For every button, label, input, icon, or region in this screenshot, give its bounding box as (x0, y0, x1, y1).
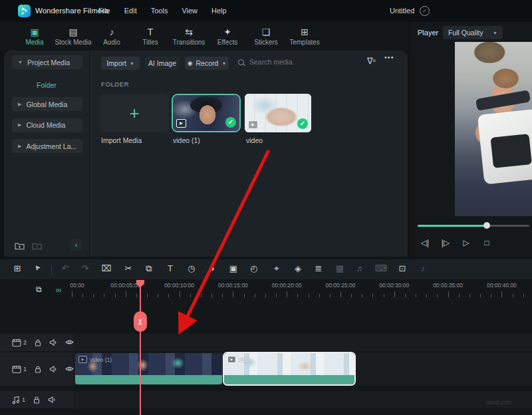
menu-edit[interactable]: Edit (124, 7, 137, 15)
effects-icon: ✦ (209, 27, 246, 37)
keyframe-icon[interactable]: ◈ (295, 263, 301, 273)
track-number: 2 (23, 339, 27, 346)
ruler-label: 00:00:30:00 (379, 282, 409, 289)
text-template-icon[interactable]: ▣ (229, 263, 237, 273)
tab-templates[interactable]: ⊞Templates (286, 27, 323, 46)
track-lane-video-2[interactable]: 2 (0, 334, 532, 351)
ruler-tick (448, 291, 449, 297)
motion-track-icon[interactable]: ⌖ (274, 263, 279, 274)
asset-tabs: ▣Media▤Stock Media♪AudioTTitles⇆Transiti… (0, 22, 408, 51)
play-icon: ▶ (227, 356, 236, 363)
search-input[interactable]: Search media (238, 58, 293, 66)
tab-effects[interactable]: ✦Effects (209, 27, 246, 46)
ruler-tick (362, 294, 362, 297)
duration-icon[interactable]: ◴ (250, 263, 257, 273)
seek-bar[interactable] (418, 222, 532, 229)
menu-help[interactable]: Help (211, 7, 227, 15)
mute-track-icon[interactable] (49, 365, 58, 374)
split-scissors-button[interactable]: ✂ (134, 311, 147, 332)
ai-image-button[interactable]: AI Image (145, 57, 180, 70)
ruler-tick (372, 294, 373, 297)
stop-button[interactable]: □ (481, 238, 493, 247)
sidebar-item-adjustment-la[interactable]: ▶Adjustment La... (12, 139, 82, 153)
import-button[interactable]: Import ▼ (101, 57, 140, 70)
sidebar-item-global-media[interactable]: ▶Global Media (12, 97, 82, 111)
chevron-right-icon: ▶ (18, 144, 21, 149)
add-text-icon[interactable]: T (168, 263, 173, 273)
play-icon: ▶ (248, 120, 258, 129)
collapse-sidebar-button[interactable]: ‹ (70, 239, 82, 251)
filter-icon[interactable]: ∇≡ (367, 56, 376, 66)
lock-track-icon[interactable] (34, 365, 42, 374)
save-status-icon[interactable]: ✓ (420, 6, 430, 16)
audio-icon: ♪ (93, 27, 130, 37)
timeline-ruler[interactable]: 00:0000:00:05:0000:00:10:0000:00:15:0000… (0, 281, 532, 299)
add-folder-icon[interactable] (15, 241, 25, 249)
ruler-tick (491, 294, 491, 297)
tab-stock-media[interactable]: ▤Stock Media (55, 27, 92, 46)
timeline-clip-video-1[interactable]: ▶ video (1) (75, 353, 222, 384)
ruler-label: 00:00:25:00 (326, 282, 356, 289)
ruler-tick (180, 291, 180, 297)
clip-tag: ▶ video (1) (78, 356, 112, 363)
media-item-video[interactable]: ▶ ✓ (245, 94, 311, 132)
color-icon[interactable]: ◑ (209, 263, 215, 273)
timeline-panel: ⊞➤↶↷⌧✂⧉T◷◑▣◴⌖◈≣▦♬⌨⊡♪ ⧉ ∞ 00:0000:00:05:0… (0, 258, 532, 415)
timeline-clip-video-selected[interactable]: ▶ video (223, 352, 356, 386)
quality-value: Full Quality (448, 29, 483, 37)
quality-dropdown[interactable]: Full Quality ▼ (443, 26, 503, 39)
menu-view[interactable]: View (182, 7, 198, 15)
track-lane-audio-1[interactable]: 1 (0, 391, 532, 408)
tab-transitions[interactable]: ⇆Transitions (170, 27, 207, 46)
ruler-tick (405, 294, 406, 297)
playhead-line[interactable] (140, 281, 141, 415)
adjustment-icon[interactable]: ≣ (315, 263, 323, 273)
sidebar-item-project-media[interactable]: ▼ Project Media (12, 55, 82, 69)
previous-frame-button[interactable]: ◁| (419, 238, 431, 247)
ruler-tick (469, 294, 470, 297)
import-media-tile[interactable]: + (100, 94, 169, 132)
sidebar-item-folder[interactable]: Folder (4, 81, 89, 89)
play-button[interactable]: ▷ (460, 238, 472, 247)
menu-file[interactable]: File (98, 7, 110, 15)
more-options-icon[interactable]: ••• (384, 53, 394, 61)
ruler-tick (265, 294, 266, 297)
clip-audio-bar (75, 375, 222, 384)
ruler-tick (147, 294, 148, 297)
seek-fill (418, 225, 487, 227)
seek-handle[interactable] (483, 222, 490, 229)
tab-label: Media (16, 39, 53, 46)
split-icon[interactable]: ✂ (125, 263, 132, 273)
ruler-tick (330, 294, 331, 297)
ai-image-label: AI Image (148, 59, 176, 67)
filmora-window: Wondershare Filmora FileEditToolsViewHel… (0, 0, 532, 415)
vr-device (477, 108, 532, 184)
lock-track-icon[interactable] (34, 339, 42, 347)
media-layout-icon[interactable]: ⊞ (14, 263, 21, 273)
plus-icon: + (100, 103, 169, 124)
lock-track-icon[interactable] (33, 396, 41, 404)
speed-icon[interactable]: ◷ (188, 263, 195, 273)
sidebar-item-cloud-media[interactable]: ▶Cloud Media (12, 118, 82, 132)
media-item-video-1[interactable]: ▶ ✓ (172, 94, 241, 132)
redo-icon: ↷ (82, 263, 89, 273)
auto-reframe-icon[interactable]: ⊡ (399, 263, 406, 273)
tab-audio[interactable]: ♪Audio (93, 27, 130, 46)
track-number: 1 (23, 366, 27, 372)
crop-icon[interactable]: ⧉ (146, 263, 152, 274)
hide-track-icon[interactable] (65, 365, 74, 374)
mute-track-icon[interactable] (48, 396, 57, 404)
record-button[interactable]: ◉ Record ▼ (185, 57, 229, 70)
mute-track-icon[interactable] (49, 339, 58, 347)
select-cursor-icon[interactable]: ➤ (32, 263, 43, 273)
delete-folder-icon[interactable] (32, 241, 42, 249)
next-frame-button[interactable]: |▷ (440, 238, 452, 247)
tab-stickers[interactable]: ❏Stickers (247, 27, 285, 46)
tab-media[interactable]: ▣Media (16, 27, 53, 46)
menu-tools[interactable]: Tools (151, 7, 168, 15)
divider (89, 51, 90, 257)
hide-track-icon[interactable] (65, 339, 74, 347)
delete-icon[interactable]: ⌧ (102, 263, 112, 273)
ruler-tick (93, 294, 94, 297)
tab-titles[interactable]: TTitles (132, 27, 169, 46)
